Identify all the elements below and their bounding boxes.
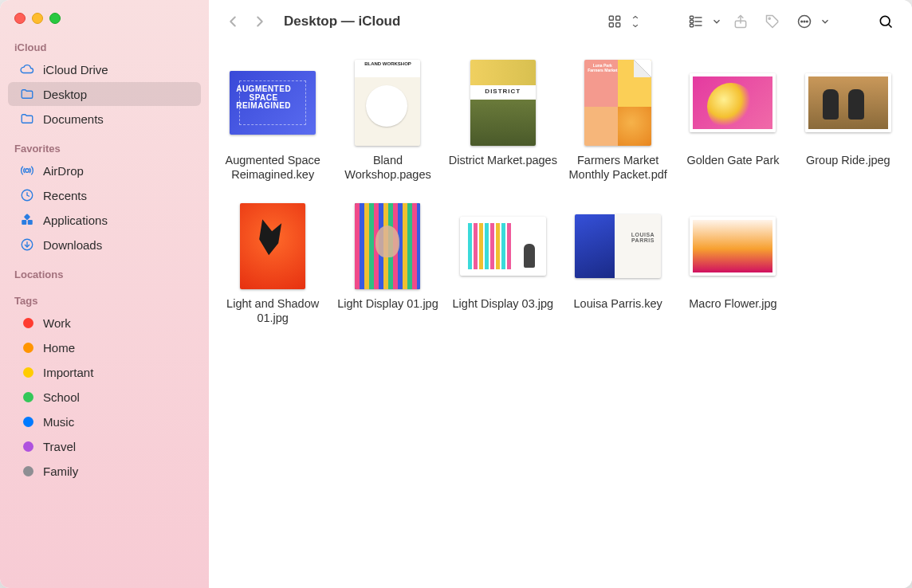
- folder-icon: [19, 111, 35, 127]
- file-thumbnail: [804, 59, 892, 147]
- file-thumbnail: [689, 202, 776, 290]
- sidebar-item-label: Music: [43, 415, 74, 429]
- folder-icon: [19, 86, 35, 102]
- sidebar-section-header: Locations: [0, 265, 209, 284]
- sidebar-item-documents[interactable]: Documents: [8, 107, 201, 131]
- clock-icon: [19, 187, 35, 203]
- chevron-down-icon: [711, 10, 722, 33]
- sidebar-section-header: Tags: [0, 292, 209, 310]
- sidebar-section-header: Favorites: [0, 139, 209, 158]
- file-name-label: Light and Shadow 01.jpg: [218, 296, 328, 325]
- icon-view-icon: [601, 10, 628, 33]
- file-item[interactable]: Light Display 03.jpg: [447, 202, 559, 325]
- file-thumbnail: AUGMENTED SPACE REIMAGINED: [229, 59, 316, 147]
- file-grid: AUGMENTED SPACE REIMAGINEDAugmented Spac…: [217, 59, 904, 326]
- file-thumbnail: Luna Park Farmers Market: [574, 59, 662, 147]
- file-name-label: Light Display 03.jpg: [453, 296, 554, 311]
- sidebar-item-work[interactable]: Work: [8, 311, 201, 335]
- svg-rect-13: [690, 20, 694, 22]
- file-item[interactable]: Golden Gate Park: [677, 59, 788, 182]
- download-icon: [19, 237, 35, 253]
- sidebar-item-label: Important: [43, 366, 93, 379]
- share-button[interactable]: [727, 10, 754, 33]
- close-button[interactable]: [14, 13, 26, 24]
- file-thumbnail: [344, 202, 431, 290]
- svg-rect-10: [616, 22, 620, 26]
- minimize-button[interactable]: [32, 13, 43, 24]
- forward-button[interactable]: [249, 10, 271, 33]
- file-item[interactable]: LOUISA PARRISLouisa Parris.key: [562, 202, 674, 325]
- file-grid-container: AUGMENTED SPACE REIMAGINEDAugmented Spac…: [209, 43, 912, 588]
- svg-point-0: [26, 169, 29, 173]
- file-name-label: Bland Workshop.pages: [332, 153, 442, 182]
- sidebar-item-label: Documents: [43, 112, 104, 126]
- file-thumbnail: DISTRICT: [459, 59, 547, 147]
- file-item[interactable]: BLAND WORKSHOPBland Workshop.pages: [332, 59, 443, 182]
- file-item[interactable]: Macro Flower.jpg: [677, 202, 788, 325]
- file-thumbnail: [459, 202, 547, 290]
- sidebar: iCloudiCloud DriveDesktopDocumentsFavori…: [0, 0, 209, 588]
- tag-dot-icon: [19, 364, 35, 380]
- sidebar-item-applications[interactable]: Applications: [8, 208, 201, 232]
- sidebar-item-label: iCloud Drive: [43, 63, 108, 76]
- sidebar-item-label: School: [43, 390, 80, 404]
- sidebar-item-label: AirDrop: [43, 164, 84, 178]
- svg-rect-15: [690, 24, 694, 26]
- file-item[interactable]: AUGMENTED SPACE REIMAGINEDAugmented Spac…: [217, 59, 328, 182]
- finder-window: iCloudiCloud DriveDesktopDocumentsFavori…: [0, 0, 912, 588]
- sidebar-item-airdrop[interactable]: AirDrop: [8, 159, 201, 182]
- search-button[interactable]: [872, 10, 899, 33]
- sidebar-item-desktop[interactable]: Desktop: [8, 82, 201, 106]
- cloud-icon: [19, 61, 35, 77]
- svg-point-23: [880, 16, 890, 25]
- apps-icon: [19, 212, 35, 228]
- chevron-down-icon: [820, 10, 831, 33]
- file-item[interactable]: DISTRICTDistrict Market.pages: [447, 59, 559, 182]
- group-by-control[interactable]: [682, 10, 722, 33]
- tag-dot-icon: [19, 339, 35, 355]
- view-mode-control[interactable]: [601, 10, 641, 33]
- sidebar-item-important[interactable]: Important: [8, 360, 201, 384]
- sidebar-item-icloud-drive[interactable]: iCloud Drive: [8, 57, 201, 81]
- sidebar-item-label: Home: [43, 341, 75, 355]
- svg-rect-8: [616, 16, 620, 20]
- file-name-label: Group Ride.jpeg: [806, 153, 890, 167]
- file-item[interactable]: Group Ride.jpeg: [792, 59, 904, 182]
- main-pane: Desktop — iCloud: [209, 0, 912, 588]
- file-name-label: Golden Gate Park: [686, 153, 779, 167]
- fullscreen-button[interactable]: [49, 13, 61, 24]
- svg-point-21: [804, 21, 805, 22]
- sidebar-section-header: iCloud: [0, 38, 209, 57]
- back-button[interactable]: [222, 10, 244, 33]
- svg-rect-4: [24, 214, 30, 220]
- sidebar-item-travel[interactable]: Travel: [8, 434, 201, 458]
- file-name-label: District Market.pages: [449, 153, 557, 167]
- tag-dot-icon: [19, 463, 35, 479]
- file-item[interactable]: Luna Park Farmers MarketFarmers Market M…: [562, 59, 674, 182]
- sidebar-item-school[interactable]: School: [8, 385, 201, 409]
- sidebar-item-family[interactable]: Family: [8, 459, 201, 483]
- file-name-label: Augmented Space Reimagined.key: [218, 153, 328, 182]
- window-title: Desktop — iCloud: [284, 14, 400, 29]
- sidebar-item-home[interactable]: Home: [8, 335, 201, 359]
- svg-point-18: [769, 18, 770, 19]
- file-item[interactable]: Light Display 01.jpg: [332, 202, 443, 325]
- file-thumbnail: BLAND WORKSHOP: [344, 59, 431, 147]
- sidebar-item-music[interactable]: Music: [8, 410, 201, 433]
- sidebar-item-label: Travel: [43, 440, 76, 453]
- more-actions-control[interactable]: [791, 10, 831, 33]
- file-item[interactable]: Light and Shadow 01.jpg: [217, 202, 328, 325]
- file-name-label: Louisa Parris.key: [574, 296, 662, 311]
- tag-dot-icon: [19, 315, 35, 331]
- svg-rect-2: [22, 220, 26, 225]
- view-mode-chevron-icon: [630, 10, 641, 33]
- tag-dot-icon: [19, 414, 35, 429]
- sidebar-item-label: Desktop: [43, 88, 87, 101]
- file-name-label: Macro Flower.jpg: [689, 296, 776, 311]
- sidebar-item-recents[interactable]: Recents: [8, 183, 201, 207]
- sidebar-item-label: Downloads: [43, 238, 102, 252]
- tags-button[interactable]: [759, 10, 786, 33]
- sidebar-item-downloads[interactable]: Downloads: [8, 233, 201, 257]
- file-name-label: Light Display 01.jpg: [337, 296, 438, 311]
- svg-rect-7: [609, 16, 613, 20]
